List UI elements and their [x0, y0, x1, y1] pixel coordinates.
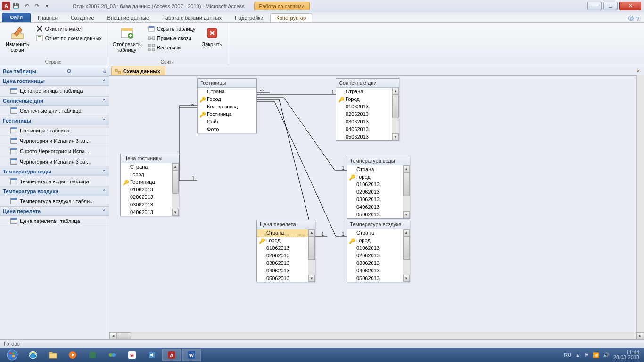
- nav-item[interactable]: Солнечные дни : таблица: [0, 106, 109, 116]
- table-field[interactable]: 🔑Гостиница: [198, 110, 256, 118]
- table-field[interactable]: Город: [121, 171, 172, 178]
- window-restore-button[interactable]: ☐: [603, 2, 618, 10]
- taskbar-ie[interactable]: [24, 349, 42, 361]
- table-field[interactable]: 🔑Город: [347, 173, 403, 181]
- table-field[interactable]: 01062013: [336, 103, 392, 110]
- nav-item[interactable]: Температура воды : таблица: [0, 176, 109, 187]
- table-field[interactable]: 04062013: [347, 267, 403, 274]
- table-field[interactable]: 01062013: [257, 244, 308, 252]
- tab-external-data[interactable]: Внешние данные: [101, 13, 155, 22]
- table-field[interactable]: 🔑Гостиница: [121, 178, 172, 186]
- table-field[interactable]: 05062013: [336, 133, 392, 140]
- table-scrollbar[interactable]: ▲▼: [392, 88, 399, 140]
- relationship-report-button[interactable]: Отчет по схеме данных: [35, 34, 103, 42]
- taskbar-app1[interactable]: [83, 349, 102, 361]
- nav-item[interactable]: Температура воздуха : табли...: [0, 196, 109, 206]
- table-field[interactable]: 04062013: [121, 208, 172, 216]
- tray-flag-icon[interactable]: ▲: [575, 352, 580, 358]
- nav-group-header[interactable]: Солнечные дни⌃: [0, 96, 109, 106]
- table-field[interactable]: 04062013: [336, 125, 392, 133]
- table-field[interactable]: 02062013: [347, 188, 403, 196]
- table-field[interactable]: 02062013: [121, 193, 172, 201]
- table-price-flight[interactable]: Цена перелета Страна🔑Город01062013020620…: [256, 220, 315, 282]
- table-field[interactable]: 🔑Город: [347, 237, 403, 244]
- tab-file[interactable]: Файл: [2, 13, 31, 22]
- nav-group-header[interactable]: Температура воды⌃: [0, 167, 109, 176]
- table-field[interactable]: 03062013: [121, 201, 172, 208]
- qat-redo-icon[interactable]: ↷: [32, 1, 41, 11]
- ribbon-minimize-icon[interactable]: ⓐ: [628, 15, 634, 22]
- table-scrollbar[interactable]: ▲▼: [403, 165, 410, 218]
- window-close-button[interactable]: ✕: [619, 2, 641, 10]
- table-field[interactable]: Кол-во звезд: [198, 103, 256, 110]
- tray-volume-icon[interactable]: 🔊: [603, 352, 610, 358]
- table-field[interactable]: 03062013: [347, 196, 403, 203]
- tray-network-icon[interactable]: 📶: [593, 352, 599, 358]
- table-field[interactable]: 01062013: [347, 244, 403, 252]
- table-field[interactable]: 02062013: [347, 252, 403, 259]
- table-field[interactable]: 02062013: [336, 110, 392, 118]
- nav-pane-header[interactable]: Все таблицы ⊙ «: [0, 66, 109, 76]
- table-field[interactable]: Страна: [257, 229, 308, 237]
- document-tab[interactable]: Схема данных: [111, 66, 165, 75]
- table-field[interactable]: 🔑Город: [198, 95, 256, 103]
- table-field[interactable]: Страна: [336, 88, 392, 95]
- relationships-canvas[interactable]: ∞ 1 ∞ 1 1 1 1 Гостиницы Страна🔑ГородКол-…: [109, 75, 644, 332]
- nav-collapse-icon[interactable]: «: [102, 68, 106, 74]
- table-field[interactable]: 01062013: [121, 186, 172, 193]
- table-field[interactable]: Страна: [121, 163, 172, 171]
- clear-layout-button[interactable]: Очистить макет: [35, 25, 103, 33]
- tray-language[interactable]: RU: [564, 352, 571, 358]
- table-temp-water[interactable]: Температура воды Страна🔑Город01062013020…: [347, 156, 410, 219]
- nav-search-icon[interactable]: ⊙: [67, 68, 71, 74]
- table-temp-air[interactable]: Температура воздуха Страна🔑Город01062013…: [347, 220, 410, 282]
- direct-relationships-button[interactable]: Прямые связи: [147, 34, 197, 42]
- table-field[interactable]: 03062013: [336, 118, 392, 125]
- qat-undo-icon[interactable]: ↶: [22, 1, 31, 11]
- table-sunny-days[interactable]: Солнечные дни Страна🔑Город01062013020620…: [336, 78, 399, 141]
- tab-addins[interactable]: Надстройки: [229, 13, 269, 22]
- tab-design[interactable]: Конструктор: [270, 13, 312, 22]
- show-table-button[interactable]: Отобразить таблицу: [111, 25, 143, 54]
- tray-action-center-icon[interactable]: ⚑: [584, 352, 589, 358]
- tray-clock[interactable]: 11:44 28.03.2013: [613, 350, 639, 360]
- table-field[interactable]: Страна: [347, 165, 403, 173]
- hide-table-button[interactable]: Скрыть таблицу: [147, 25, 197, 33]
- table-field[interactable]: 03062013: [257, 259, 308, 267]
- nav-item[interactable]: Гостиницы : таблица: [0, 125, 109, 136]
- table-field[interactable]: 🔑Город: [257, 237, 308, 244]
- horizontal-scrollbar[interactable]: ◄ ►: [109, 332, 644, 339]
- table-field[interactable]: 01062013: [347, 181, 403, 188]
- table-scrollbar[interactable]: ▲▼: [403, 229, 410, 282]
- table-price-hotel[interactable]: Цена гостиницы СтранаГород🔑Гостиница0106…: [120, 154, 179, 216]
- nav-group-header[interactable]: Гостиницы⌃: [0, 116, 109, 125]
- table-field[interactable]: Фото: [198, 125, 256, 133]
- start-button[interactable]: [2, 349, 23, 361]
- table-field[interactable]: 02062013: [257, 252, 308, 259]
- nav-group-header[interactable]: Цена гостиницы⌃: [0, 76, 109, 86]
- table-scrollbar[interactable]: ▲▼: [172, 163, 179, 216]
- taskbar-word[interactable]: W: [182, 349, 201, 361]
- table-field[interactable]: 04062013: [347, 203, 403, 211]
- taskbar-access[interactable]: A: [162, 349, 181, 361]
- table-field[interactable]: 04062013: [257, 267, 308, 274]
- help-icon[interactable]: ?: [636, 16, 639, 22]
- nav-item[interactable]: С фото Черногория и Испа...: [0, 146, 109, 156]
- table-gostinicy[interactable]: Гостиницы Страна🔑ГородКол-во звезд🔑Гости…: [197, 78, 257, 133]
- taskbar-app2[interactable]: [103, 349, 122, 361]
- close-button[interactable]: Закрыть: [200, 25, 224, 48]
- document-close-button[interactable]: ×: [635, 67, 642, 74]
- nav-item[interactable]: Цена гостиницы : таблица: [0, 86, 109, 96]
- all-relationships-button[interactable]: Все связи: [147, 43, 197, 52]
- table-field[interactable]: 🔑Город: [336, 95, 392, 103]
- nav-item[interactable]: Черногория и Испания 3 зв...: [0, 156, 109, 167]
- nav-item[interactable]: Цена перелета : таблица: [0, 216, 109, 226]
- taskbar-sound[interactable]: [142, 349, 161, 361]
- tab-home[interactable]: Главная: [32, 13, 64, 22]
- table-field[interactable]: Страна: [347, 229, 403, 237]
- vertical-scrollbar[interactable]: [636, 75, 644, 332]
- table-field[interactable]: Страна: [198, 88, 256, 95]
- qat-customize-icon[interactable]: ▾: [42, 1, 52, 11]
- qat-save-icon[interactable]: 💾: [11, 1, 21, 11]
- edit-relationships-button[interactable]: Изменить связи: [4, 25, 31, 54]
